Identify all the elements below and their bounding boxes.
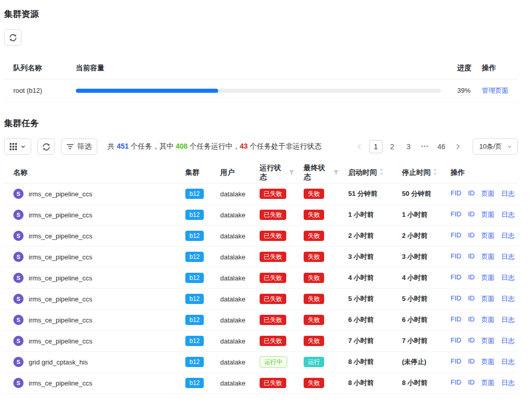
action-link-fid[interactable]: FID: [451, 231, 461, 240]
pagination-page-1[interactable]: 1: [369, 140, 382, 153]
manage-page-link[interactable]: 管理页面: [482, 87, 508, 94]
cluster-badge: b12: [185, 357, 204, 367]
action-link-id[interactable]: ID: [468, 294, 475, 303]
avatar: S: [13, 294, 24, 304]
row-actions: FIDID页面日志: [441, 189, 518, 198]
cluster-tasks-section: 集群任务 筛选 共 451 个任务，其: [4, 117, 518, 405]
stop-time: 4 小时前: [393, 273, 441, 282]
action-link-fid[interactable]: FID: [451, 378, 461, 388]
action-link-fid[interactable]: FID: [451, 273, 461, 282]
final-status-badge: 失败: [304, 378, 324, 388]
action-link-page[interactable]: 页面: [481, 273, 495, 282]
task-user: datalake: [211, 379, 250, 387]
column-settings-button[interactable]: [4, 138, 31, 155]
header-name: 名称: [4, 168, 176, 177]
action-link-log[interactable]: 日志: [501, 252, 515, 261]
action-link-id[interactable]: ID: [468, 210, 475, 219]
header-user-label: 用户: [220, 168, 235, 177]
action-link-log[interactable]: 日志: [501, 210, 515, 219]
action-link-page[interactable]: 页面: [481, 252, 495, 261]
filter-funnel-icon[interactable]: [289, 169, 294, 177]
run-status-badge: 已失败: [260, 378, 286, 388]
action-link-page[interactable]: 页面: [481, 210, 495, 219]
action-link-log[interactable]: 日志: [501, 273, 515, 282]
action-link-fid[interactable]: FID: [451, 252, 461, 261]
pagination-next-button[interactable]: [451, 140, 464, 153]
action-link-fid[interactable]: FID: [451, 357, 461, 367]
action-link-id[interactable]: ID: [468, 336, 475, 346]
header-stop-time: 停止时间: [393, 168, 441, 177]
header-start-time-label: 启动时间: [348, 168, 377, 177]
action-link-log[interactable]: 日志: [501, 231, 515, 240]
filter-button[interactable]: 筛选: [61, 138, 97, 155]
action-link-log[interactable]: 日志: [501, 315, 515, 325]
action-link-id[interactable]: ID: [468, 315, 475, 325]
page-size-select[interactable]: 10条/页: [473, 138, 518, 155]
abnormal-count: 43: [240, 142, 248, 150]
run-status-badge: 已失败: [260, 315, 286, 325]
action-link-fid[interactable]: FID: [451, 189, 461, 198]
action-link-id[interactable]: ID: [468, 189, 475, 198]
queue-name: root (b12): [4, 87, 67, 94]
sort-icon[interactable]: [433, 168, 437, 177]
action-link-id[interactable]: ID: [468, 252, 475, 261]
action-link-id[interactable]: ID: [468, 231, 475, 240]
filter-funnel-icon[interactable]: [333, 169, 339, 177]
final-status-badge: 运行: [304, 357, 324, 367]
avatar: S: [13, 231, 24, 241]
action-link-id[interactable]: ID: [468, 273, 475, 282]
tasks-table-header: 名称 集群 用户 运行状态 最终状态 启动时间: [4, 162, 518, 184]
pagination-ellipsis[interactable]: •••: [418, 140, 432, 153]
page: 集群资源 队列名称 当前容量 进度 操作 root (b12) 39%: [0, 0, 532, 405]
cluster-badge: b12: [185, 378, 204, 388]
action-link-id[interactable]: ID: [468, 357, 475, 367]
action-link-log[interactable]: 日志: [501, 336, 515, 346]
final-status-badge: 失败: [304, 336, 324, 346]
pagination-page-3[interactable]: 3: [402, 140, 415, 153]
action-link-page[interactable]: 页面: [481, 336, 495, 346]
pagination-page-2[interactable]: 2: [386, 140, 399, 153]
sort-icon[interactable]: [379, 168, 384, 177]
header-start-time: 启动时间: [339, 168, 393, 177]
resources-refresh-button[interactable]: [4, 29, 22, 46]
run-status-badge: 已失败: [260, 336, 286, 346]
start-time: 4 小时前: [339, 273, 393, 282]
cluster-badge: b12: [185, 315, 204, 325]
action-link-page[interactable]: 页面: [481, 378, 495, 388]
task-name: irms_ce_pipeline_ccs: [29, 190, 92, 198]
start-time: 7 小时前: [339, 336, 393, 346]
action-link-id[interactable]: ID: [468, 378, 475, 388]
pagination-prev-button[interactable]: [353, 140, 366, 153]
row-actions: FIDID页面日志: [441, 231, 518, 240]
final-status-badge: 失败: [304, 189, 324, 199]
run-status-badge: 已失败: [260, 231, 286, 241]
cluster-badge: b12: [185, 231, 204, 241]
action-link-log[interactable]: 日志: [501, 378, 515, 388]
action-link-page[interactable]: 页面: [481, 294, 495, 303]
action-link-page[interactable]: 页面: [481, 315, 495, 325]
header-stop-time-label: 停止时间: [402, 168, 431, 177]
task-user: datalake: [211, 190, 250, 198]
action-link-fid[interactable]: FID: [451, 315, 461, 325]
action-link-page[interactable]: 页面: [481, 189, 495, 198]
action-link-fid[interactable]: FID: [451, 294, 461, 303]
filter-lines-icon: [67, 144, 74, 150]
avatar: S: [13, 315, 24, 325]
avatar: S: [13, 357, 24, 367]
table-row: S grid grid_cptask_his b12 datalake 运行中 …: [4, 352, 518, 373]
action-link-log[interactable]: 日志: [501, 189, 515, 198]
tasks-refresh-button[interactable]: [37, 138, 55, 155]
action-link-log[interactable]: 日志: [501, 357, 515, 367]
avatar: S: [13, 336, 24, 346]
pagination-page-46[interactable]: 46: [435, 140, 448, 153]
queue-capacity-cell: [67, 89, 448, 93]
header-actions-label: 操作: [451, 168, 465, 177]
table-row: S irms_ce_pipeline_ccs b12 datalake 已失败 …: [4, 373, 518, 394]
action-link-page[interactable]: 页面: [481, 231, 495, 240]
action-link-fid[interactable]: FID: [451, 336, 461, 346]
final-status-badge: 失败: [304, 315, 324, 325]
stop-time: 1 小时前: [393, 210, 441, 219]
action-link-page[interactable]: 页面: [481, 357, 495, 367]
action-link-fid[interactable]: FID: [451, 210, 461, 219]
action-link-log[interactable]: 日志: [501, 294, 515, 303]
